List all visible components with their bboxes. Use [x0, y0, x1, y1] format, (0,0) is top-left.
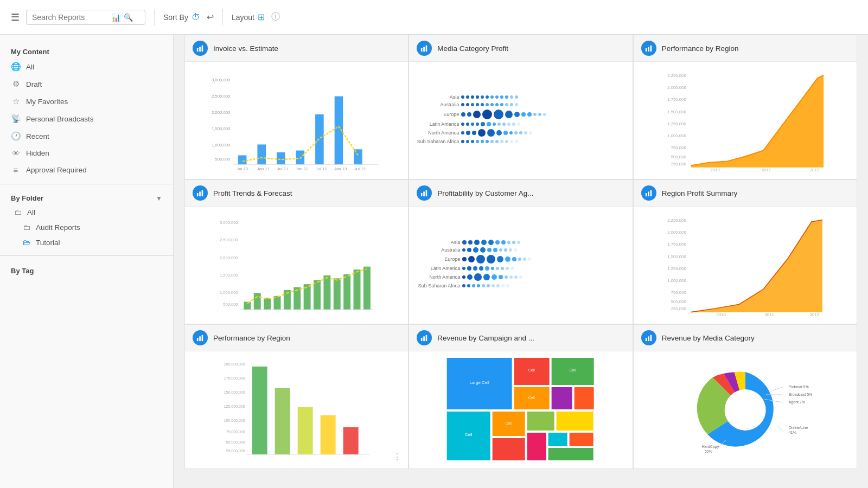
svg-rect-66: [421, 193, 423, 196]
undo-button[interactable]: ↩: [207, 12, 214, 22]
sidebar-item-approval[interactable]: ≡ Approval Required: [0, 162, 173, 178]
dot-row-latin: Latin America: [416, 121, 626, 127]
svg-text:Cell: Cell: [465, 432, 473, 437]
svg-text:Pictorial 5%: Pictorial 5%: [788, 385, 808, 389]
svg-text:Cell: Cell: [570, 368, 577, 372]
svg-rect-0: [197, 48, 199, 52]
svg-text:Jul 10: Jul 10: [237, 166, 248, 171]
svg-text:2011: 2011: [764, 312, 774, 317]
sidebar-item-favorites[interactable]: ☆ My Favorites: [0, 93, 173, 110]
report-body-performance-2: 200,000,000 175,000,000 150,000,000 125,…: [185, 351, 408, 468]
sidebar-item-recent[interactable]: 🕐 Recent: [0, 127, 173, 145]
report-card-revenue-campaign[interactable]: Revenue by Campaign and ... Large Cell C…: [409, 324, 633, 469]
svg-text:1,500,000: 1,500,000: [667, 110, 686, 114]
svg-text:1,000,000: 1,000,000: [667, 278, 686, 283]
layout-label: Layout: [232, 13, 254, 22]
folder-item-audit[interactable]: 🗀 Audit Reports: [0, 220, 173, 235]
svg-rect-27: [646, 48, 647, 52]
more-menu-icon[interactable]: ⋮: [393, 452, 401, 462]
svg-text:Agent 7%: Agent 7%: [788, 400, 805, 404]
broadcast-icon: 📡: [11, 114, 21, 124]
star-icon: ☆: [11, 97, 21, 106]
report-body-performance-1: 2,250,000 2,000,000 1,750,000 1,500,000 …: [634, 62, 857, 179]
dot-cells-2: [462, 247, 517, 253]
folder-tutorial-label: Tutorial: [36, 239, 60, 247]
by-folder-header[interactable]: By Folder ▼: [0, 190, 173, 204]
sidebar-item-all-label: All: [26, 63, 34, 71]
toolbar-separator-2: [222, 9, 223, 25]
content-area: Invoice vs. Estimate 3,000,000 2,500,000…: [174, 35, 868, 488]
dot-row-6: Sub Saharan Africa: [417, 283, 624, 288]
svg-rect-120: [527, 412, 554, 431]
sidebar-item-draft[interactable]: ⚙ Draft: [0, 75, 173, 93]
svg-rect-128: [650, 335, 652, 341]
svg-rect-86: [199, 336, 201, 341]
svg-text:1,750,000: 1,750,000: [667, 242, 686, 247]
svg-marker-84: [691, 220, 822, 312]
info-icon[interactable]: ⓘ: [271, 11, 280, 23]
svg-rect-122: [527, 433, 546, 460]
report-card-profitability-customer[interactable]: Profitability by Customer Ag... Asia: [409, 179, 633, 324]
svg-text:Cell: Cell: [528, 396, 535, 400]
hamburger-icon[interactable]: ☰: [11, 11, 20, 23]
svg-rect-103: [424, 336, 425, 341]
svg-text:150,000,000: 150,000,000: [224, 390, 245, 394]
report-card-media-profit[interactable]: Media Category Profit Asia: [409, 35, 633, 179]
dot-label-europe: Europe: [416, 112, 459, 117]
sidebar-item-broadcasts[interactable]: 📡 Personal Broadcasts: [0, 110, 173, 127]
report-card-profit-trends[interactable]: Profit Trends & Forecast 3,000,000 2,500…: [184, 179, 409, 324]
svg-text:Large Cell: Large Cell: [470, 380, 490, 385]
layout-section: Layout ⊞: [232, 12, 265, 22]
chevron-down-icon: ▼: [156, 195, 162, 202]
svg-rect-98: [275, 388, 290, 454]
sidebar-item-all[interactable]: 🌐 All: [0, 58, 173, 75]
dot-cells-europe: [461, 110, 546, 119]
svg-rect-28: [648, 47, 649, 52]
report-title-media-profit: Media Category Profit: [437, 44, 508, 53]
report-body-revenue-campaign: Large Cell Cell Cell Cell Cell Cell: [409, 351, 632, 468]
svg-text:2011: 2011: [762, 168, 771, 172]
svg-text:Jan 11: Jan 11: [257, 166, 270, 171]
report-title-revenue-media: Revenue by Media Category: [662, 334, 755, 342]
svg-text:2012: 2012: [809, 312, 819, 317]
search-input[interactable]: [32, 13, 108, 22]
report-card-performance-region-1[interactable]: Performance by Region 2,250,000 2,000,00…: [633, 35, 857, 179]
layout-grid-icon[interactable]: ⊞: [258, 12, 265, 22]
dot-label-asia: Asia: [416, 94, 459, 100]
svg-text:500,000: 500,000: [671, 155, 686, 159]
svg-text:Online/Line: Online/Line: [788, 426, 808, 429]
sort-clock-icon[interactable]: ⏱: [192, 12, 200, 22]
dot-row-asia: Asia: [416, 94, 626, 100]
sidebar-item-hidden[interactable]: 👁 Hidden: [0, 145, 173, 162]
report-card-region-profit[interactable]: Region Profit Summary 2,250,000 2,000,00…: [633, 179, 857, 324]
folder-item-all[interactable]: 🗀 All: [0, 204, 173, 220]
svg-rect-45: [202, 190, 203, 196]
area-chart-1: 2,250,000 2,000,000 1,750,000 1,500,000 …: [638, 66, 852, 175]
report-header-media-profit: Media Category Profit: [409, 35, 632, 62]
svg-rect-60: [314, 280, 321, 310]
svg-text:50%: 50%: [704, 450, 712, 453]
dot-cells-asia: [461, 95, 518, 99]
svg-marker-42: [691, 75, 823, 168]
sidebar-item-favorites-label: My Favorites: [26, 98, 68, 106]
region-profit-chart: 2,250,000 2,000,000 1,750,000 1,500,000 …: [638, 211, 852, 319]
dot-label-1: Asia: [417, 240, 460, 245]
report-header-revenue-media: Revenue by Media Category: [634, 325, 857, 351]
report-title-profit-trends: Profit Trends & Forecast: [213, 189, 292, 197]
svg-rect-126: [646, 338, 647, 341]
svg-rect-127: [648, 336, 649, 341]
report-header-profitability-customer: Profitability by Customer Ag...: [409, 180, 632, 207]
report-card-invoice-estimate[interactable]: Invoice vs. Estimate 3,000,000 2,500,000…: [184, 35, 409, 179]
report-card-revenue-media[interactable]: Revenue by Media Category: [633, 324, 857, 469]
report-header-region-profit: Region Profit Summary: [634, 180, 857, 207]
by-tag-title: By Tag: [0, 261, 173, 277]
folder-item-tutorial[interactable]: 🗁 Tutorial: [0, 235, 173, 250]
dot-label-2: Australia: [417, 247, 460, 253]
svg-text:2,000,000: 2,000,000: [220, 255, 238, 260]
dot-row-1: Asia: [417, 240, 624, 245]
svg-text:1,250,000: 1,250,000: [667, 121, 686, 126]
svg-rect-71: [650, 190, 652, 196]
dot-cells-6: [462, 284, 509, 287]
report-card-performance-region-2[interactable]: Performance by Region 200,000,000 175,00…: [184, 324, 409, 469]
search-icon[interactable]: 🔍: [124, 13, 133, 22]
